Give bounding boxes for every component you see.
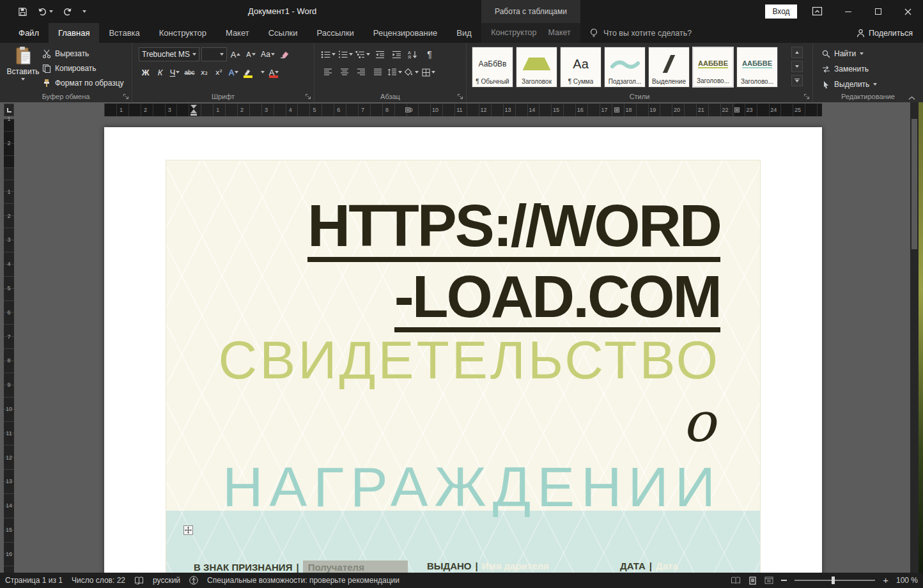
style-item-heading1[interactable]: ААББВЕ Заголово... — [692, 47, 734, 88]
style-item-total[interactable]: Аа ¶ Сумма — [560, 47, 601, 88]
customize-qat-button[interactable] — [82, 10, 86, 13]
paste-button[interactable]: Вставить — [5, 46, 41, 88]
certificate-title-line1[interactable]: HTTPS://WORD — [307, 199, 720, 262]
read-mode-button[interactable] — [731, 576, 741, 584]
numbering-button[interactable] — [338, 47, 353, 61]
clear-formatting-button[interactable] — [278, 47, 291, 61]
zoom-level[interactable]: 100 % — [896, 576, 918, 585]
sort-button[interactable]: АЯ — [406, 47, 420, 61]
align-center-button[interactable] — [337, 65, 352, 79]
strikethrough-button[interactable]: abc — [183, 65, 196, 79]
format-painter-button[interactable]: Формат по образцу — [42, 77, 124, 89]
tab-view[interactable]: Вид — [447, 23, 481, 43]
ruler-horizontal[interactable]: 3211234567891011121314151617181920212223… — [104, 104, 822, 116]
ribbon-display-options-button[interactable] — [812, 6, 823, 17]
proofing-button[interactable] — [134, 576, 144, 585]
minimize-button[interactable] — [833, 0, 863, 23]
shading-button[interactable] — [405, 65, 419, 79]
style-item-subtitle[interactable]: Подзагол... — [604, 47, 646, 88]
tell-me-box[interactable]: Что вы хотите сделать? — [589, 23, 692, 43]
save-button[interactable] — [18, 7, 27, 17]
document-page[interactable]: HTTPS://WORD -LOAD.COM СВИДЕТЕЛЬСТВО о Н… — [104, 127, 822, 573]
grow-font-button[interactable]: А — [229, 47, 242, 61]
font-size-combo[interactable] — [201, 47, 227, 61]
superscript-button[interactable]: х² — [212, 65, 226, 79]
certificate-award-word[interactable]: НАГРАЖДЕНИИ — [222, 454, 722, 520]
copy-button[interactable]: Копировать — [42, 63, 124, 74]
maximize-button[interactable] — [863, 0, 893, 23]
certificate-word-o[interactable]: о — [682, 394, 715, 449]
line-spacing-button[interactable] — [387, 65, 402, 79]
issuer-placeholder-field[interactable]: Имя дарителя — [482, 561, 549, 571]
styles-scroll-down-button[interactable] — [791, 61, 803, 72]
style-item-emphasis[interactable]: Выделение — [648, 47, 690, 88]
print-layout-button[interactable] — [748, 576, 757, 585]
ruler-vertical[interactable]: 2112345678910111213141516 — [4, 119, 14, 573]
tab-references[interactable]: Ссылки — [259, 23, 307, 43]
multilevel-list-button[interactable] — [355, 47, 370, 61]
align-right-button[interactable] — [354, 65, 368, 79]
italic-button[interactable]: К — [153, 65, 167, 79]
cut-button[interactable]: Вырезать — [42, 48, 124, 59]
paragraph-dialog-launcher[interactable] — [457, 93, 463, 100]
text-effects-button[interactable]: А — [227, 65, 240, 79]
certificate-subtitle[interactable]: СВИДЕТЕЛЬСТВО — [219, 329, 720, 391]
share-button[interactable]: Поделиться — [857, 23, 913, 43]
font-dialog-launcher[interactable] — [305, 93, 311, 100]
zoom-slider-thumb[interactable] — [832, 576, 835, 584]
certificate-table[interactable]: HTTPS://WORD -LOAD.COM СВИДЕТЕЛЬСТВО о Н… — [166, 160, 761, 573]
word-count[interactable]: Число слов: 22 — [72, 576, 125, 585]
table-move-handle[interactable] — [183, 525, 193, 535]
date-cell[interactable]: ДАТА | Дата — [620, 561, 678, 571]
styles-scroll-up-button[interactable] — [791, 47, 803, 58]
justify-button[interactable] — [371, 65, 385, 79]
page-indicator[interactable]: Страница 1 из 1 — [5, 576, 63, 585]
sign-in-button[interactable]: Вход — [765, 4, 797, 19]
language-indicator[interactable]: русский — [153, 576, 180, 585]
zoom-slider[interactable] — [795, 580, 875, 581]
vertical-scrollbar[interactable] — [910, 102, 919, 573]
style-item-normal[interactable]: АаБбВв ¶ Обычный — [472, 47, 513, 88]
shrink-font-button[interactable]: А — [244, 47, 258, 61]
tab-stop-selector[interactable] — [4, 104, 14, 116]
accessibility-button[interactable] — [189, 576, 198, 585]
increase-indent-button[interactable] — [389, 47, 403, 61]
date-placeholder-field[interactable]: Дата — [656, 561, 678, 571]
recognition-cell[interactable]: В ЗНАК ПРИЗНАНИЯ | Получателя — [194, 561, 408, 573]
find-button[interactable]: Найти — [822, 48, 877, 59]
tab-home[interactable]: Главная — [49, 23, 99, 43]
close-button[interactable] — [893, 0, 923, 23]
accessibility-status[interactable]: Специальные возможности: проверьте реком… — [207, 576, 399, 585]
style-item-heading2[interactable]: ААББВЕ Заголово... — [736, 47, 778, 88]
bold-button[interactable]: Ж — [139, 65, 152, 79]
tab-file[interactable]: Файл — [9, 23, 49, 43]
zoom-in-button[interactable]: + — [883, 577, 888, 584]
tab-layout[interactable]: Макет — [216, 23, 259, 43]
undo-button[interactable] — [37, 7, 53, 17]
decrease-indent-button[interactable] — [373, 47, 387, 61]
bullets-button[interactable] — [321, 47, 336, 61]
font-name-combo[interactable]: Trebuchet MS — [139, 47, 199, 61]
underline-button[interactable]: Ч — [168, 65, 182, 79]
tab-table-design[interactable]: Конструктор — [485, 23, 542, 43]
clipboard-dialog-launcher[interactable] — [123, 93, 129, 100]
recipient-placeholder-field[interactable]: Получателя — [303, 561, 408, 573]
subscript-button[interactable]: х₂ — [198, 65, 211, 79]
table-column-marker[interactable] — [734, 107, 740, 112]
show-marks-button[interactable]: ¶ — [423, 47, 437, 61]
table-column-marker[interactable] — [614, 107, 619, 112]
left-indent-marker[interactable] — [190, 114, 197, 116]
hanging-indent-marker[interactable] — [190, 109, 197, 113]
change-case-button[interactable]: Аа — [260, 47, 276, 61]
collapse-ribbon-button[interactable] — [908, 96, 915, 100]
tab-mailings[interactable]: Рассылки — [307, 23, 363, 43]
certificate-title-block[interactable]: HTTPS://WORD -LOAD.COM — [307, 199, 720, 332]
web-layout-button[interactable] — [764, 576, 773, 584]
issued-cell[interactable]: ВЫДАНО | Имя дарителя — [427, 561, 601, 571]
zoom-out-button[interactable] — [781, 580, 787, 581]
styles-dialog-launcher[interactable] — [803, 93, 810, 100]
first-line-indent-marker[interactable] — [190, 105, 197, 109]
tab-design[interactable]: Конструктор — [150, 23, 216, 43]
highlight-color-button[interactable] — [242, 65, 266, 79]
replace-button[interactable]: Заменить — [822, 63, 877, 75]
